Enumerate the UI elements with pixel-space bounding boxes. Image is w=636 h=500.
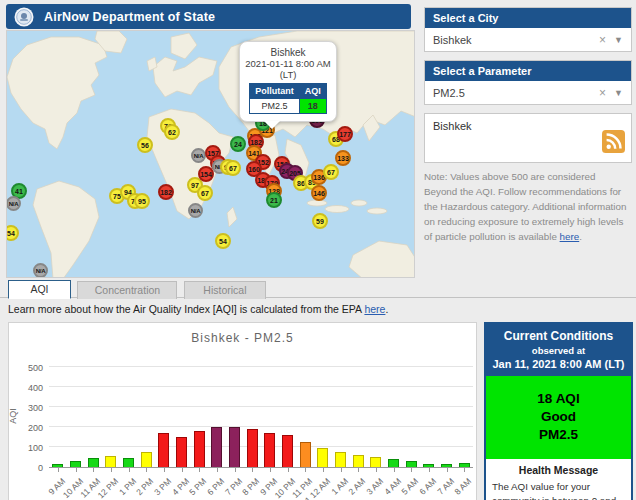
chart-bar[interactable] bbox=[141, 452, 152, 467]
note-suffix: . bbox=[579, 231, 582, 242]
chart-bar[interactable] bbox=[105, 456, 116, 467]
chart-xtick-label: 4 AM bbox=[382, 476, 403, 497]
chart-xtick-mark bbox=[288, 468, 289, 472]
city-select-title: Select a City bbox=[425, 8, 631, 28]
chart-bar[interactable] bbox=[52, 464, 63, 467]
aqi-map-marker[interactable]: 146 bbox=[311, 185, 327, 201]
chart-xtick-label: 1 PM bbox=[116, 476, 137, 497]
chart-xtick-label: 3 AM bbox=[364, 476, 385, 497]
aqi-map-marker[interactable]: 182 bbox=[158, 184, 174, 200]
continent-europe bbox=[153, 57, 217, 97]
chart-bar[interactable] bbox=[300, 442, 311, 467]
aqi-map-marker[interactable]: 154 bbox=[198, 166, 214, 182]
region-scandinavia bbox=[171, 33, 197, 59]
parameter-select-value: PM2.5 bbox=[433, 87, 599, 99]
chart-gridline bbox=[49, 426, 473, 427]
chart-xtick-label: 4 PM bbox=[169, 476, 190, 497]
aqi-map-marker[interactable]: 133 bbox=[335, 150, 351, 166]
aqi-map-marker[interactable]: 59 bbox=[312, 213, 328, 229]
aqi-map-marker[interactable]: N/A bbox=[188, 203, 203, 218]
chevron-down-icon[interactable]: ▼ bbox=[614, 88, 623, 98]
chevron-down-icon[interactable]: ▼ bbox=[614, 35, 623, 45]
tab-aqi[interactable]: AQI bbox=[8, 280, 71, 299]
note-link[interactable]: here bbox=[560, 231, 580, 242]
chart-ytick-label: 500 bbox=[15, 363, 43, 373]
chart-bar[interactable] bbox=[406, 461, 417, 467]
chart-bar[interactable] bbox=[370, 457, 381, 467]
chart-ytick-label: 300 bbox=[15, 403, 43, 413]
aqi-summary: 18 AQI Good PM2.5 bbox=[486, 376, 631, 459]
chart-bar[interactable] bbox=[317, 448, 328, 467]
learn-more-link[interactable]: here bbox=[364, 303, 385, 315]
popup-col-pollutant: Pollutant bbox=[250, 84, 300, 99]
chart-gridline bbox=[49, 406, 473, 407]
chart-xtick-label: 7 AM bbox=[435, 476, 456, 497]
chart-xtick-mark bbox=[464, 468, 465, 472]
aqi-map-marker[interactable]: 67 bbox=[323, 164, 339, 180]
chart-bar[interactable] bbox=[335, 452, 346, 467]
chart-xtick-mark bbox=[164, 468, 165, 472]
chart-bar[interactable] bbox=[211, 427, 222, 467]
chart-xtick-label: 2 PM bbox=[134, 476, 155, 497]
chart-xtick-mark bbox=[411, 468, 412, 472]
chart-bar[interactable] bbox=[229, 427, 240, 467]
aqi-map-marker[interactable]: 54 bbox=[215, 233, 231, 249]
chart-ytick-label: 200 bbox=[15, 423, 43, 433]
popup-table: Pollutant AQI PM2.5 18 bbox=[249, 83, 327, 114]
rss-icon[interactable] bbox=[602, 130, 625, 157]
chart-xtick-label: 2 AM bbox=[346, 476, 367, 497]
observed-at-label: observed at bbox=[488, 345, 629, 356]
rss-city-label: Bishkek bbox=[425, 114, 631, 138]
chart-bar[interactable] bbox=[70, 461, 81, 467]
aqi-map-marker[interactable]: 67 bbox=[197, 185, 213, 201]
chart-xtick-mark bbox=[199, 468, 200, 472]
island-indonesia bbox=[367, 208, 387, 214]
clear-icon[interactable]: × bbox=[599, 33, 606, 47]
chart-bar[interactable] bbox=[353, 455, 364, 467]
chart-bar[interactable] bbox=[158, 433, 169, 467]
aqi-map-marker[interactable]: 56 bbox=[137, 137, 153, 153]
chart-xtick-mark bbox=[93, 468, 94, 472]
city-select[interactable]: Bishkek × ▼ bbox=[425, 28, 631, 51]
chart-bar[interactable] bbox=[459, 463, 470, 467]
aqi-map-marker[interactable]: N/A bbox=[191, 148, 206, 163]
chart-bar[interactable] bbox=[88, 458, 99, 467]
aqi-map-marker[interactable]: N/A bbox=[6, 196, 21, 211]
tab-historical[interactable]: Historical bbox=[184, 281, 266, 299]
chart-xtick-mark bbox=[358, 468, 359, 472]
chart-bar[interactable] bbox=[388, 459, 399, 467]
aqi-map-marker[interactable]: 21 bbox=[266, 192, 282, 208]
city-select-value: Bishkek bbox=[433, 34, 599, 46]
chart-bar[interactable] bbox=[123, 458, 134, 467]
chart-bar[interactable] bbox=[441, 464, 452, 467]
aqi-map-marker[interactable]: 95 bbox=[134, 193, 150, 209]
parameter-select-box: Select a Parameter PM2.5 × ▼ bbox=[424, 60, 632, 105]
tab-bar: AQI Concentration Historical bbox=[0, 280, 636, 298]
tab-concentration[interactable]: Concentration bbox=[77, 281, 177, 299]
current-conditions-title: Current Conditions bbox=[488, 329, 629, 343]
chart-bar[interactable] bbox=[176, 437, 187, 467]
aqi-map-marker[interactable]: N/A bbox=[33, 263, 48, 278]
world-map[interactable]: 41N/A54N/A5676627594769518297N/A157158N/… bbox=[6, 30, 415, 278]
chart-bar[interactable] bbox=[423, 464, 434, 467]
app-title: AirNow Department of State bbox=[44, 10, 215, 24]
chart-xtick-label: 8 PM bbox=[240, 476, 261, 497]
chart-bar[interactable] bbox=[247, 429, 258, 467]
chart-xtick-mark bbox=[217, 468, 218, 472]
chart-bar[interactable] bbox=[194, 431, 205, 467]
beyond-aqi-note: Note: Values above 500 are considered Be… bbox=[424, 170, 631, 244]
chart-xtick-label: 8 AM bbox=[452, 476, 473, 497]
chart-bar[interactable] bbox=[264, 433, 275, 467]
learn-more-suffix: . bbox=[385, 303, 388, 315]
chart-gridline bbox=[49, 386, 473, 387]
aqi-map-marker[interactable]: 62 bbox=[164, 124, 180, 140]
chart-plot bbox=[49, 368, 473, 468]
parameter-select[interactable]: PM2.5 × ▼ bbox=[425, 81, 631, 104]
aqi-map-marker[interactable]: 177 bbox=[337, 126, 353, 142]
popup-city: Bishkek bbox=[243, 47, 333, 58]
aqi-map-marker[interactable]: 67 bbox=[225, 160, 241, 176]
chart-bar[interactable] bbox=[282, 435, 293, 467]
rss-feed-box: Bishkek bbox=[424, 113, 632, 163]
clear-icon[interactable]: × bbox=[599, 86, 606, 100]
aqi-map-marker[interactable]: 24 bbox=[230, 136, 246, 152]
